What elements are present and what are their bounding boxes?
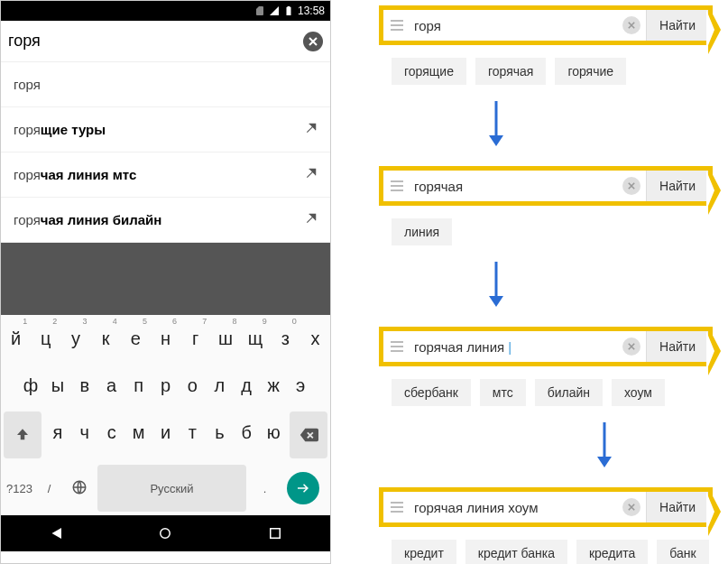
- key-globe[interactable]: [64, 468, 94, 509]
- suggestion-chips: горящиегорячаягорячие: [392, 58, 713, 85]
- key-у[interactable]: 3у: [60, 315, 90, 362]
- home-icon[interactable]: [157, 525, 173, 541]
- chip[interactable]: горячие: [555, 58, 626, 85]
- chip[interactable]: линия: [392, 218, 452, 245]
- insert-arrow-icon: [305, 167, 318, 180]
- key-ю[interactable]: ю: [260, 409, 287, 456]
- yandex-search-bar: горячая Найти: [379, 166, 713, 206]
- chip[interactable]: горящие: [392, 58, 466, 85]
- battery-icon: [283, 5, 294, 16]
- key-м[interactable]: м: [125, 409, 152, 456]
- status-bar: 13:58: [1, 1, 330, 21]
- menu-icon[interactable]: [383, 341, 410, 352]
- key-ь[interactable]: ь: [206, 409, 233, 456]
- search-input[interactable]: [8, 32, 303, 51]
- key-ч[interactable]: ч: [71, 409, 98, 456]
- menu-icon[interactable]: [383, 180, 410, 191]
- key-ж[interactable]: ж: [260, 362, 287, 409]
- key-г[interactable]: 7г: [180, 315, 210, 362]
- suggestion-item[interactable]: горячая линия билайн: [1, 198, 330, 243]
- key-ф[interactable]: ф: [17, 362, 44, 409]
- clock: 13:58: [298, 5, 325, 17]
- key-а[interactable]: а: [98, 362, 125, 409]
- key-я[interactable]: я: [44, 409, 71, 456]
- search-flow: горя Найти горящиегорячаягорячие горячая…: [379, 5, 713, 564]
- backspace-icon: [299, 425, 318, 445]
- key-д[interactable]: д: [233, 362, 260, 409]
- chip[interactable]: горячая: [475, 58, 546, 85]
- chip[interactable]: банк: [657, 540, 708, 564]
- yandex-search-input[interactable]: горячая: [410, 179, 622, 194]
- key-dot[interactable]: .: [250, 471, 280, 506]
- yandex-search-button[interactable]: Найти: [646, 492, 708, 522]
- key-к[interactable]: 4к: [91, 315, 121, 362]
- key-э[interactable]: э: [287, 362, 314, 409]
- key-р[interactable]: р: [152, 362, 180, 409]
- yandex-search-button[interactable]: Найти: [646, 171, 708, 201]
- globe-icon: [71, 479, 88, 495]
- search-bar: [1, 21, 330, 62]
- key-й[interactable]: 1й: [1, 315, 31, 362]
- chip[interactable]: мтс: [480, 379, 526, 406]
- shift-icon: [14, 427, 31, 443]
- key-х[interactable]: х: [300, 315, 330, 362]
- menu-icon[interactable]: [383, 20, 410, 31]
- key-с[interactable]: с: [98, 409, 125, 456]
- svg-point-1: [161, 529, 170, 539]
- chip[interactable]: хоум: [612, 379, 665, 406]
- suggestion-insert-button[interactable]: [305, 212, 318, 227]
- key-space[interactable]: Русский: [97, 465, 246, 512]
- back-icon[interactable]: [48, 525, 64, 541]
- suggestion-chips: линия: [392, 218, 713, 245]
- key-enter[interactable]: [287, 472, 319, 504]
- yandex-search-button[interactable]: Найти: [646, 10, 708, 41]
- clear-search-button[interactable]: [303, 32, 323, 51]
- suggestion-item[interactable]: горящие туры: [1, 107, 330, 153]
- key-т[interactable]: т: [179, 409, 206, 456]
- chip[interactable]: билайн: [535, 379, 603, 406]
- recents-icon[interactable]: [267, 525, 283, 541]
- chip[interactable]: сбербанк: [392, 379, 471, 406]
- key-ш[interactable]: 8ш: [210, 315, 240, 362]
- key-о[interactable]: о: [179, 362, 206, 409]
- yandex-search-input[interactable]: горячая линия |: [410, 339, 622, 355]
- yandex-search-bar: горячая линия | Найти: [379, 327, 713, 366]
- key-shift[interactable]: [4, 411, 41, 458]
- chip[interactable]: кредит банка: [465, 540, 567, 564]
- key-е[interactable]: 5е: [121, 315, 151, 362]
- key-backspace[interactable]: [290, 411, 327, 458]
- yandex-search-input[interactable]: горячая линия хоум: [410, 500, 622, 515]
- key-в[interactable]: в: [71, 362, 98, 409]
- key-л[interactable]: л: [206, 362, 233, 409]
- suggestion-insert-button[interactable]: [305, 122, 318, 137]
- keyboard: 1й2ц3у4к5е6н7г8ш9щ0зх фывапролджэ ячсмит…: [1, 315, 330, 515]
- key-ц[interactable]: 2ц: [31, 315, 60, 362]
- key-и[interactable]: и: [152, 409, 180, 456]
- key-б[interactable]: б: [233, 409, 260, 456]
- suggestion-insert-button[interactable]: [305, 167, 318, 182]
- yandex-clear-button[interactable]: [622, 498, 640, 516]
- yandex-search-bar: горячая линия хоум Найти: [379, 487, 713, 527]
- menu-icon[interactable]: [383, 502, 410, 513]
- arrow-right-icon: [295, 480, 311, 496]
- key-ы[interactable]: ы: [44, 362, 71, 409]
- key-щ[interactable]: 9щ: [241, 315, 271, 362]
- down-arrow-icon: [595, 422, 613, 467]
- key-з[interactable]: 0з: [271, 315, 300, 362]
- key-mode[interactable]: ?123: [5, 471, 34, 506]
- content-area: [1, 243, 330, 315]
- suggestion-item[interactable]: горя: [1, 62, 330, 107]
- yandex-search-button[interactable]: Найти: [646, 331, 708, 362]
- key-н[interactable]: 6н: [151, 315, 180, 362]
- key-п[interactable]: п: [125, 362, 152, 409]
- yandex-clear-button[interactable]: [622, 16, 640, 34]
- close-icon: [628, 22, 635, 29]
- yandex-clear-button[interactable]: [622, 177, 640, 195]
- yandex-search-input[interactable]: горя: [410, 18, 622, 33]
- key-slash[interactable]: /: [34, 471, 64, 506]
- flow-arrow: [487, 101, 713, 150]
- yandex-clear-button[interactable]: [622, 337, 640, 356]
- chip[interactable]: кредит: [392, 540, 456, 564]
- chip[interactable]: кредита: [576, 540, 648, 564]
- suggestion-item[interactable]: горячая линия мтс: [1, 153, 330, 198]
